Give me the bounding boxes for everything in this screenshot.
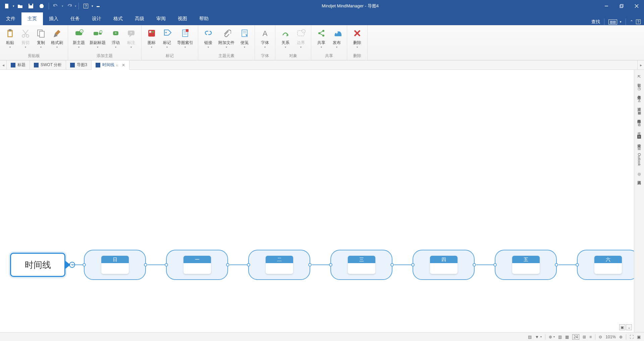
central-topic[interactable]: 时间线+ [10, 253, 65, 277]
side-tab-索引[interactable]: ⇱索引 [636, 71, 643, 83]
ribbon-note-button[interactable]: 便笺▾ [237, 27, 252, 50]
side-tab-导图组件[interactable]: ▦导图组件 [636, 107, 643, 119]
side-tab-Outlook[interactable]: ✉Outlook [636, 144, 643, 168]
day-card: 三 [348, 256, 375, 274]
zoom-fit-icon[interactable]: ⊕▾ [549, 335, 555, 339]
menu-tab-file[interactable]: 文件 [0, 12, 21, 25]
menu-tab-help[interactable]: 帮助 [193, 12, 215, 25]
layout-icon-2[interactable]: ▦ [565, 335, 569, 339]
timeline-node-5[interactable]: 五 [495, 250, 557, 280]
ribbon-btn-label: 格式刷 [51, 40, 63, 46]
collapse-ribbon-icon[interactable]: ⌃ [630, 19, 633, 24]
ribbon-copy-button[interactable]: 复制▾ [34, 27, 48, 50]
ribbon-link-button[interactable]: 链接▾ [201, 27, 216, 50]
pin-icon[interactable]: ⟀ [116, 63, 118, 67]
ribbon-group-对象: 关系▾+边界▾对象 [275, 25, 311, 60]
ribbon-icons-button[interactable]: 1图标▾ [144, 27, 159, 50]
chart-icon[interactable]: ⊞ [583, 335, 586, 339]
ribbon-attach-button[interactable]: 附加文件▾ [216, 27, 236, 50]
ribbon-index-button[interactable]: 导图索引▾ [175, 27, 195, 50]
ribbon-btn-label: 复制 [37, 40, 45, 46]
menu-tab-task[interactable]: 任务 [64, 12, 86, 25]
side-tab-库[interactable]: ⧉库 [636, 119, 643, 132]
doc-tab-时间线[interactable]: 时间线⟀✕ [92, 60, 129, 70]
map-file-icon [70, 63, 75, 67]
side-tab-label: Outlook [637, 153, 641, 166]
search-label[interactable]: 查找 [591, 19, 600, 25]
side-tab-任务信息[interactable]: ◷任务信息 [636, 83, 643, 95]
map-file-icon [34, 63, 39, 67]
timeline-node-0[interactable]: 日 [84, 250, 146, 280]
new-file-button[interactable] [2, 1, 12, 11]
panel-toggle-icon[interactable]: ▥▥ [608, 19, 617, 25]
timeline-node-6[interactable]: 六 [577, 250, 634, 280]
side-tab-资源[interactable]: ♙资源 [636, 95, 643, 107]
fit-window-icon[interactable]: ⛶ [630, 335, 634, 339]
ribbon-delete-button[interactable]: 删除▾ [350, 27, 365, 50]
timeline-node-1[interactable]: 一 [166, 250, 228, 280]
zoom-level[interactable]: 101% [605, 335, 616, 339]
doc-tab-导图3[interactable]: 导图3 [66, 60, 92, 69]
calendar-icon[interactable]: 24 [572, 334, 579, 340]
ribbon-share-button[interactable]: 共享▾ [314, 27, 329, 50]
redo-button[interactable] [64, 1, 74, 11]
open-file-button[interactable] [15, 1, 25, 11]
print-button[interactable] [37, 1, 47, 11]
connector-line [230, 264, 248, 265]
ribbon-brush-button[interactable]: 格式刷▾ [49, 27, 65, 50]
help-button[interactable]: ? [81, 1, 91, 11]
side-tab-浏览器[interactable]: ◎浏览器 [636, 168, 643, 181]
undo-button[interactable] [51, 1, 61, 11]
connector-dot-icon [411, 263, 415, 266]
index-icon[interactable]: ≡ [589, 335, 592, 339]
paste-icon [5, 28, 15, 39]
ribbon-tags-button[interactable]: 标记▾ [160, 27, 174, 50]
ribbon-rel-button[interactable]: 关系▾ [278, 27, 293, 50]
minimize-button[interactable] [599, 0, 614, 12]
ribbon-group-label: 标记 [144, 52, 195, 59]
panel-chevron-icon[interactable]: ⌄ [626, 324, 632, 330]
ribbon-paste-button[interactable]: 粘贴▾ [3, 27, 17, 50]
connector-dot-icon [83, 263, 86, 266]
collapse-panel-icon[interactable]: ▣ [619, 324, 625, 330]
ribbon-publish-button[interactable]: 发布▾ [329, 27, 344, 50]
connector-line [394, 264, 413, 265]
help-icon-2[interactable]: ? [636, 19, 641, 24]
fullscreen-icon[interactable]: ▣ [637, 335, 641, 339]
menu-tab-insert[interactable]: 插入 [43, 12, 64, 25]
menu-tab-advanced[interactable]: 高级 [129, 12, 150, 25]
ribbon-float-button[interactable]: +浮动▾ [108, 27, 123, 50]
canvas[interactable]: 时间线+日一二三四五六 ▣ ⌄ [0, 70, 634, 332]
save-button[interactable] [26, 1, 36, 11]
connector-line [558, 264, 577, 265]
timeline-node-2[interactable]: 二 [248, 250, 310, 280]
svg-text:+: + [100, 31, 102, 33]
doc-tab-标题[interactable]: 标题 [7, 60, 30, 69]
ribbon-btn-label: 便笺 [240, 40, 249, 46]
menu-tab-view[interactable]: 视图 [172, 12, 193, 25]
close-button[interactable] [629, 0, 644, 12]
layout-icon-1[interactable]: ▥ [558, 335, 562, 339]
side-tab-搜索[interactable]: 🅷搜索 [636, 132, 643, 144]
zoom-out-button[interactable]: ⊖ [599, 335, 602, 339]
tab-nav-left[interactable]: ◂ [0, 60, 7, 69]
menu-tab-format[interactable]: 格式 [107, 12, 129, 25]
timeline-node-3[interactable]: 三 [330, 250, 392, 280]
restore-button[interactable] [614, 0, 629, 12]
rel-icon [280, 28, 291, 39]
timeline-node-4[interactable]: 四 [413, 250, 475, 280]
filter-view-icon[interactable]: ▤ [528, 335, 532, 339]
delete-icon [352, 28, 363, 39]
zoom-in-button[interactable]: ⊕ [619, 335, 623, 339]
menu-tab-review[interactable]: 审阅 [150, 12, 172, 25]
close-tab-icon[interactable]: ✕ [122, 63, 125, 67]
ribbon-topic-button[interactable]: +新主题▾ [71, 27, 87, 50]
menu-tab-design[interactable]: 设计 [86, 12, 107, 25]
filter-funnel-icon[interactable]: ▼▾ [535, 335, 542, 339]
menu-tab-home[interactable]: 主页 [21, 12, 43, 25]
doc-tab-SWOT 分析[interactable]: SWOT 分析 [30, 60, 66, 69]
svg-text:+: + [81, 30, 83, 33]
ribbon-font-button[interactable]: A字体▾ [258, 27, 272, 50]
tab-nav-right[interactable]: ▸ [637, 60, 644, 69]
ribbon-subtopic-button[interactable]: +新副标题▾ [88, 27, 108, 50]
